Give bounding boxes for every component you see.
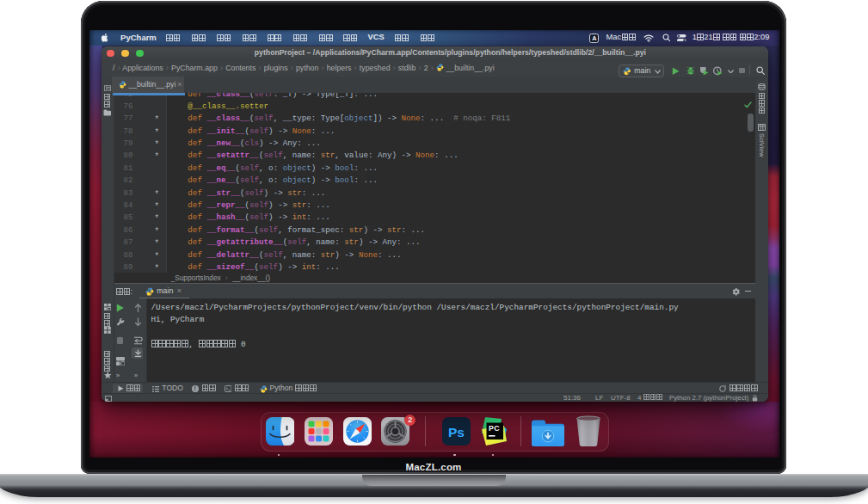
svg-text:PC: PC xyxy=(489,424,500,433)
svg-text:Ps: Ps xyxy=(448,425,465,439)
